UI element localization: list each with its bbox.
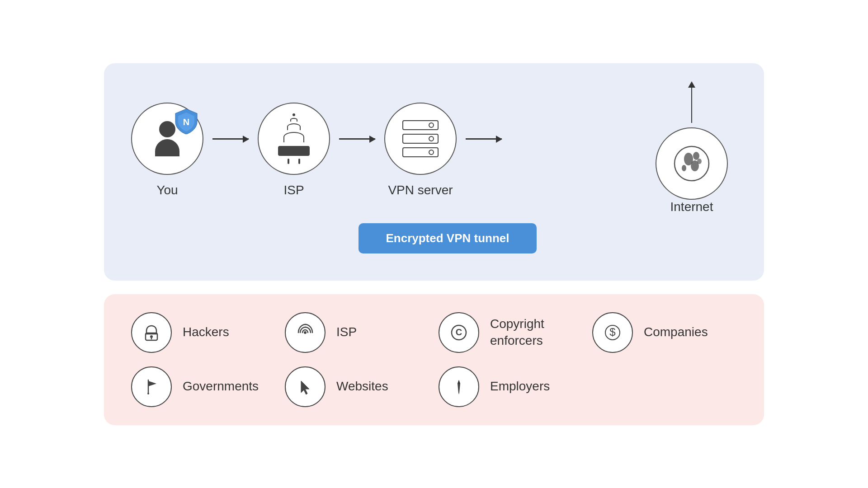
hackers-icon bbox=[141, 322, 162, 343]
threat-label-governments: Governments bbox=[183, 378, 259, 394]
arrow-line-3 bbox=[466, 138, 502, 140]
main-container: N You bbox=[104, 63, 764, 425]
isp-icon bbox=[295, 322, 316, 343]
top-section: N You bbox=[104, 63, 764, 281]
shield-overlay: N bbox=[175, 108, 198, 136]
circle-internet bbox=[656, 127, 728, 200]
shield-icon: N bbox=[175, 108, 198, 134]
node-you: N You bbox=[131, 103, 203, 197]
threat-label-hackers: Hackers bbox=[183, 324, 229, 340]
person-head bbox=[159, 121, 175, 137]
server-unit-3 bbox=[402, 147, 439, 157]
threat-item-employers: Employers bbox=[439, 366, 583, 407]
threat-circle-copyright: C bbox=[439, 312, 479, 353]
circle-isp bbox=[258, 103, 330, 175]
router-leg-right bbox=[298, 159, 300, 164]
router-leg-left bbox=[288, 159, 289, 164]
node-you-label: You bbox=[156, 183, 178, 197]
node-isp: ISP bbox=[258, 103, 330, 197]
threat-circle-hackers bbox=[131, 312, 172, 353]
svg-point-16 bbox=[147, 393, 149, 394]
threat-label-companies: Companies bbox=[644, 324, 708, 340]
circle-vpn bbox=[384, 103, 457, 175]
arrow-1 bbox=[212, 138, 249, 140]
node-internet-label: Internet bbox=[670, 200, 713, 214]
router-icon bbox=[278, 113, 310, 164]
wifi-waves bbox=[283, 113, 304, 142]
copyright-icon: C bbox=[448, 322, 469, 343]
threat-label-copyright: Copyright enforcers bbox=[490, 316, 544, 349]
companies-icon: $ bbox=[602, 322, 623, 343]
svg-text:N: N bbox=[183, 117, 189, 127]
websites-icon bbox=[295, 376, 316, 397]
server-unit-1 bbox=[402, 120, 439, 130]
wifi-arc-sm bbox=[290, 118, 297, 122]
threat-item-websites: Websites bbox=[285, 366, 429, 407]
threat-item-hackers: Hackers bbox=[131, 312, 276, 353]
threat-label-employers: Employers bbox=[490, 378, 550, 394]
node-vpn-label: VPN server bbox=[388, 183, 453, 197]
arrow-line-1 bbox=[212, 138, 249, 140]
threat-circle-employers bbox=[439, 366, 479, 407]
node-isp-label: ISP bbox=[283, 183, 304, 197]
router-legs bbox=[288, 159, 300, 164]
person-body bbox=[155, 139, 179, 156]
bottom-section: Hackers ISP C bbox=[104, 294, 764, 425]
circle-you: N bbox=[131, 103, 203, 175]
server-unit-2 bbox=[402, 134, 439, 144]
svg-point-3 bbox=[693, 152, 699, 160]
globe-icon bbox=[671, 143, 712, 184]
wifi-arc-md bbox=[287, 123, 301, 130]
threat-circle-companies: $ bbox=[592, 312, 633, 353]
threat-circle-websites bbox=[285, 366, 326, 407]
svg-point-5 bbox=[682, 165, 686, 171]
threat-label-websites: Websites bbox=[336, 378, 388, 394]
svg-point-8 bbox=[150, 335, 153, 338]
node-internet: Internet bbox=[656, 86, 728, 214]
threat-circle-isp bbox=[285, 312, 326, 353]
up-arrow-line bbox=[691, 87, 693, 123]
threat-circle-governments bbox=[131, 366, 172, 407]
svg-text:$: $ bbox=[609, 326, 615, 338]
diagram-row: N You bbox=[131, 86, 737, 214]
router-body bbox=[278, 146, 310, 156]
wifi-arc-lg bbox=[283, 132, 304, 142]
svg-text:C: C bbox=[456, 327, 462, 337]
server-icon bbox=[402, 120, 439, 157]
threat-item-copyright: C Copyright enforcers bbox=[439, 312, 583, 353]
svg-point-10 bbox=[304, 331, 307, 334]
arrow-line-2 bbox=[339, 138, 375, 140]
node-vpn: VPN server bbox=[384, 103, 457, 197]
governments-icon bbox=[141, 376, 162, 397]
up-arrow bbox=[688, 81, 695, 123]
employers-icon bbox=[448, 376, 469, 397]
svg-point-6 bbox=[697, 159, 702, 164]
wifi-dot bbox=[292, 113, 295, 116]
threat-label-isp: ISP bbox=[336, 324, 357, 340]
threat-item-isp: ISP bbox=[285, 312, 429, 353]
threat-item-companies: $ Companies bbox=[592, 312, 737, 353]
arrow-3 bbox=[466, 138, 502, 140]
threat-item-governments: Governments bbox=[131, 366, 276, 407]
tunnel-label: Encrypted VPN tunnel bbox=[359, 223, 536, 253]
arrow-2 bbox=[339, 138, 375, 140]
